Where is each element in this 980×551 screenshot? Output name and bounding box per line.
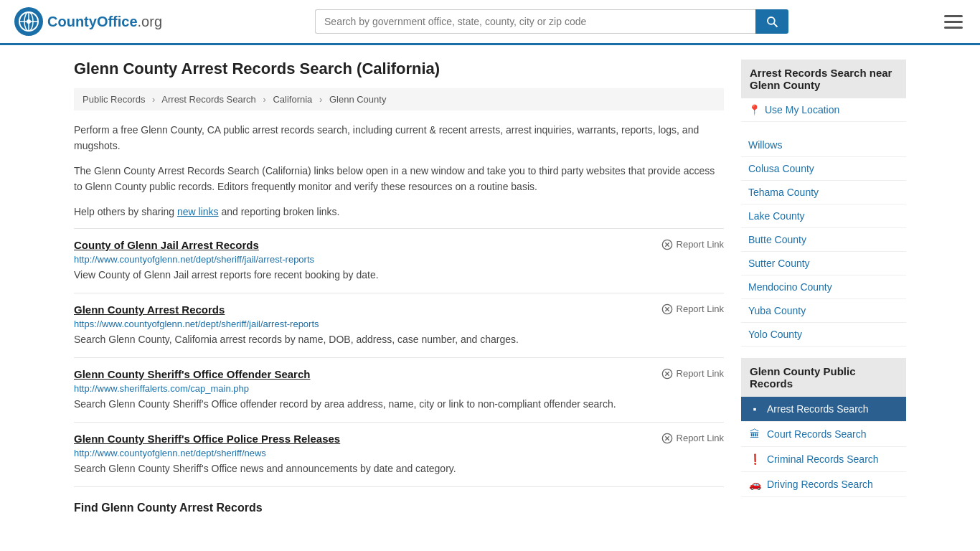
breadcrumb-sep-3: › xyxy=(319,94,322,105)
desc-para-1: Perform a free Glenn County, CA public a… xyxy=(74,122,724,154)
records-heading: Glenn County Public Records xyxy=(741,358,906,397)
nearby-link-0[interactable]: Willows xyxy=(741,133,906,156)
nearby-link-4[interactable]: Butte County xyxy=(741,228,906,251)
result-desc-3: Search Glenn County Sheriff's Office new… xyxy=(74,461,724,476)
sidebar: Arrest Records Search near Glenn County … xyxy=(741,60,906,524)
records-link-1[interactable]: 🏛 Court Records Search xyxy=(741,422,906,446)
report-icon-1 xyxy=(661,303,673,315)
result-desc-0: View County of Glenn Jail arrest reports… xyxy=(74,268,724,283)
breadcrumb-california[interactable]: California xyxy=(273,94,312,105)
result-item: County of Glenn Jail Arrest Records Repo… xyxy=(74,228,724,293)
nearby-link-item: Sutter County xyxy=(741,252,906,276)
result-item: Glenn County Arrest Records Report Link … xyxy=(74,293,724,357)
find-heading-section: Find Glenn County Arrest Records xyxy=(74,486,724,524)
nearby-link-item: Tehama County xyxy=(741,181,906,204)
report-link-button-2[interactable]: Report Link xyxy=(661,368,724,380)
svg-point-6 xyxy=(768,17,775,24)
report-link-button-0[interactable]: Report Link xyxy=(661,239,724,250)
result-title-0[interactable]: County of Glenn Jail Arrest Records xyxy=(74,239,259,251)
records-link-3[interactable]: 🚗 Driving Records Search xyxy=(741,472,906,496)
nearby-link-item: Yuba County xyxy=(741,299,906,323)
logo-text: CountyOffice.org xyxy=(47,14,162,30)
find-heading: Find Glenn County Arrest Records xyxy=(74,501,724,514)
result-title-2[interactable]: Glenn County Sheriff's Office Offender S… xyxy=(74,368,310,380)
nearby-link-item: Willows xyxy=(741,133,906,157)
menu-button[interactable] xyxy=(941,12,966,32)
result-url-0: http://www.countyofglenn.net/dept/sherif… xyxy=(74,254,724,265)
nearby-links-list: 📍 Use My Location xyxy=(741,98,906,122)
desc-para-3: Help others by sharing new links and rep… xyxy=(74,204,724,220)
breadcrumb-public-records[interactable]: Public Records xyxy=(83,94,145,105)
breadcrumb-sep-2: › xyxy=(263,94,265,105)
header: CountyOffice.org xyxy=(0,0,980,45)
report-icon-3 xyxy=(661,433,673,444)
logo-area: CountyOffice.org xyxy=(14,7,162,36)
report-icon-2 xyxy=(661,368,673,380)
search-icon xyxy=(765,15,778,28)
location-pin-icon: 📍 xyxy=(748,104,760,116)
use-location-link[interactable]: 📍 Use My Location xyxy=(741,98,906,121)
results-list: County of Glenn Jail Arrest Records Repo… xyxy=(74,228,724,486)
report-link-button-3[interactable]: Report Link xyxy=(661,433,724,444)
search-area xyxy=(315,9,788,34)
svg-point-5 xyxy=(27,19,31,24)
desc-para-2: The Glenn County Arrest Records Search (… xyxy=(74,163,724,195)
nearby-link-item: Butte County xyxy=(741,228,906,252)
nearby-link-5[interactable]: Sutter County xyxy=(741,252,906,275)
result-desc-1: Search Glenn County, California arrest r… xyxy=(74,332,724,347)
nearby-link-7[interactable]: Yuba County xyxy=(741,299,906,322)
result-desc-2: Search Glenn County Sheriff's Office off… xyxy=(74,397,724,412)
records-link-item: 🚗 Driving Records Search xyxy=(741,472,906,497)
nearby-link-item: Colusa County xyxy=(741,157,906,181)
nearby-link-3[interactable]: Lake County xyxy=(741,204,906,227)
breadcrumb: Public Records › Arrest Records Search ›… xyxy=(74,88,724,110)
nearby-link-1[interactable]: Colusa County xyxy=(741,157,906,180)
svg-line-7 xyxy=(774,24,778,27)
nearby-link-2[interactable]: Tehama County xyxy=(741,181,906,204)
search-input[interactable] xyxy=(315,9,755,34)
nearby-heading: Arrest Records Search near Glenn County xyxy=(741,60,906,98)
nearby-link-item: Mendocino County xyxy=(741,276,906,299)
rec-icon-0: ▪ xyxy=(748,403,761,415)
rec-icon-1: 🏛 xyxy=(748,428,761,440)
logo-icon xyxy=(14,7,43,36)
search-button[interactable] xyxy=(755,9,788,34)
report-icon-0 xyxy=(661,239,673,250)
nearby-link-item: Yolo County xyxy=(741,323,906,347)
content-area: Glenn County Arrest Records Search (Cali… xyxy=(74,60,724,524)
rec-icon-3: 🚗 xyxy=(748,479,761,490)
records-link-2[interactable]: ❗ Criminal Records Search xyxy=(741,447,906,471)
records-link-0[interactable]: ▪ Arrest Records Search xyxy=(741,397,906,421)
nearby-link-8[interactable]: Yolo County xyxy=(741,323,906,346)
records-link-item: 🏛 Court Records Search xyxy=(741,422,906,447)
records-link-item: ▪ Arrest Records Search xyxy=(741,397,906,422)
records-link-item: ❗ Criminal Records Search xyxy=(741,447,906,472)
rec-icon-2: ❗ xyxy=(748,453,761,465)
page-title: Glenn County Arrest Records Search (Cali… xyxy=(74,60,724,78)
nearby-link-6[interactable]: Mendocino County xyxy=(741,276,906,298)
result-url-3: http://www.countyofglenn.net/dept/sherif… xyxy=(74,448,724,458)
result-item: Glenn County Sheriff's Office Police Pre… xyxy=(74,422,724,486)
result-url-2: http://www.sheriffalerts.com/cap_main.ph… xyxy=(74,383,724,394)
result-url-1: https://www.countyofglenn.net/dept/sheri… xyxy=(74,319,724,329)
report-link-button-1[interactable]: Report Link xyxy=(661,303,724,315)
breadcrumb-glenn-county[interactable]: Glenn County xyxy=(329,94,387,105)
records-links-list: ▪ Arrest Records Search 🏛 Court Records … xyxy=(741,397,906,497)
main-layout: Glenn County Arrest Records Search (Cali… xyxy=(60,45,920,539)
result-title-1[interactable]: Glenn County Arrest Records xyxy=(74,303,225,316)
nearby-county-links: WillowsColusa CountyTehama CountyLake Co… xyxy=(741,133,906,347)
result-item: Glenn County Sheriff's Office Offender S… xyxy=(74,357,724,422)
use-location-item: 📍 Use My Location xyxy=(741,98,906,122)
new-links-link[interactable]: new links xyxy=(177,206,219,217)
nearby-link-item: Lake County xyxy=(741,204,906,228)
breadcrumb-arrest-records-search[interactable]: Arrest Records Search xyxy=(161,94,256,105)
breadcrumb-sep-1: › xyxy=(152,94,155,105)
result-title-3[interactable]: Glenn County Sheriff's Office Police Pre… xyxy=(74,433,340,445)
